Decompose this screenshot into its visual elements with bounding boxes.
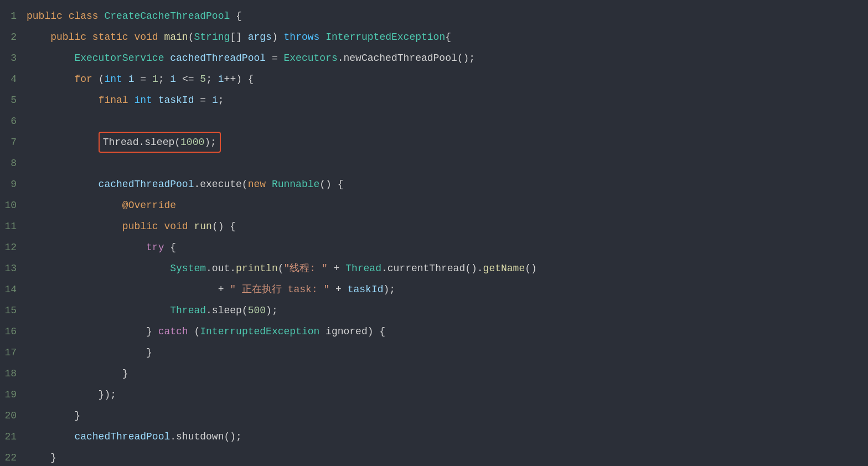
line-content: for (int i = 1; i <= 5; i++) {	[27, 69, 868, 90]
code-viewer: 1public class CreateCacheThreadPool {2 p…	[0, 0, 868, 466]
line-content: public class CreateCacheThreadPool {	[27, 6, 868, 27]
code-line: 10 @Override	[0, 195, 868, 216]
code-line: 16 } catch (InterruptedException ignored…	[0, 321, 868, 342]
code-line: 19 });	[0, 384, 868, 405]
line-number: 16	[0, 321, 27, 342]
line-content: @Override	[27, 195, 868, 216]
line-number: 19	[0, 384, 27, 405]
line-number: 12	[0, 237, 27, 258]
line-content: final int taskId = i;	[27, 90, 868, 111]
code-line: 17 }	[0, 342, 868, 363]
code-line: 18 }	[0, 363, 868, 384]
line-number: 5	[0, 90, 27, 111]
line-content: cachedThreadPool.shutdown();	[27, 426, 868, 447]
code-line: 21 cachedThreadPool.shutdown();	[0, 426, 868, 447]
code-line: 4 for (int i = 1; i <= 5; i++) {	[0, 69, 868, 90]
line-number: 11	[0, 216, 27, 237]
line-content: cachedThreadPool.execute(new Runnable() …	[27, 174, 868, 195]
line-content: }	[27, 447, 868, 466]
line-number: 2	[0, 27, 27, 48]
line-content: });	[27, 384, 868, 405]
line-content: System.out.println("线程: " + Thread.curre…	[27, 258, 868, 279]
line-content: public static void main(String[] args) t…	[27, 27, 868, 48]
line-content: ExecutorService cachedThreadPool = Execu…	[27, 48, 868, 69]
line-content: public void run() {	[27, 216, 868, 237]
code-line: 11 public void run() {	[0, 216, 868, 237]
line-number: 14	[0, 279, 27, 300]
line-content: try {	[27, 237, 868, 258]
line-number: 4	[0, 69, 27, 90]
code-line: 12 try {	[0, 237, 868, 258]
code-line: 2 public static void main(String[] args)…	[0, 27, 868, 48]
line-number: 17	[0, 342, 27, 363]
line-number: 22	[0, 447, 27, 466]
line-content: Thread.sleep(500);	[27, 300, 868, 321]
line-number: 21	[0, 426, 27, 447]
line-content: }	[27, 405, 868, 426]
line-number: 8	[0, 153, 27, 174]
line-number: 10	[0, 195, 27, 216]
line-number: 15	[0, 300, 27, 321]
line-content	[27, 153, 868, 174]
line-number: 9	[0, 174, 27, 195]
code-line: 6	[0, 111, 868, 132]
code-line: 7 Thread.sleep(1000);	[0, 132, 868, 153]
code-line: 13 System.out.println("线程: " + Thread.cu…	[0, 258, 868, 279]
line-number: 1	[0, 6, 27, 27]
line-content: } catch (InterruptedException ignored) {	[27, 321, 868, 342]
line-content: + " 正在执行 task: " + taskId);	[27, 279, 868, 300]
line-number: 7	[0, 132, 27, 153]
code-line: 5 final int taskId = i;	[0, 90, 868, 111]
line-number: 20	[0, 405, 27, 426]
line-number: 18	[0, 363, 27, 384]
code-line: 22 }	[0, 447, 868, 466]
line-content: }	[27, 342, 868, 363]
code-line: 14 + " 正在执行 task: " + taskId);	[0, 279, 868, 300]
code-line: 9 cachedThreadPool.execute(new Runnable(…	[0, 174, 868, 195]
line-content: Thread.sleep(1000);	[27, 132, 868, 153]
code-line: 15 Thread.sleep(500);	[0, 300, 868, 321]
line-number: 13	[0, 258, 27, 279]
line-number: 6	[0, 111, 27, 132]
code-line: 8	[0, 153, 868, 174]
code-line: 3 ExecutorService cachedThreadPool = Exe…	[0, 48, 868, 69]
code-line: 20 }	[0, 405, 868, 426]
code-line: 1public class CreateCacheThreadPool {	[0, 6, 868, 27]
line-content	[27, 111, 868, 132]
line-content: }	[27, 363, 868, 384]
line-number: 3	[0, 48, 27, 69]
highlighted-code: Thread.sleep(1000);	[99, 132, 221, 153]
